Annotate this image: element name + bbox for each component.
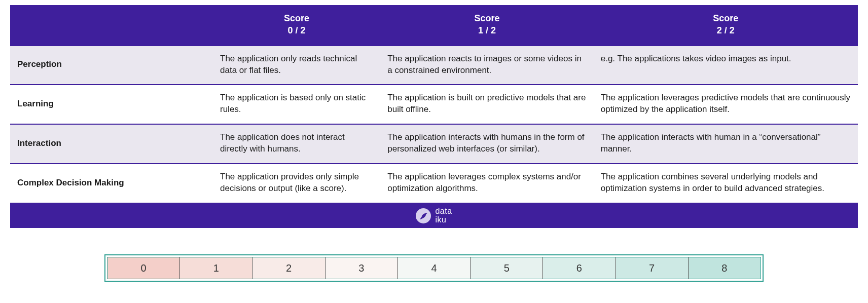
scale-cell: 7: [616, 257, 689, 279]
cell-score-2: The application interacts with human in …: [594, 124, 858, 164]
scale-cell: 6: [543, 257, 616, 279]
scale-cell: 0: [107, 257, 180, 279]
table-row: Interaction The application does not int…: [10, 124, 858, 164]
cell-score-2: e.g. The applications takes video images…: [594, 46, 858, 85]
score-scale-inner: 0 1 2 3 4 5 6 7 8: [107, 257, 761, 279]
header-score-1: Score 1 / 2: [380, 5, 594, 46]
cell-score-0: The application is based only on static …: [213, 85, 380, 124]
scale-cell: 5: [471, 257, 543, 279]
scale-cell: 2: [252, 257, 325, 279]
table-row: Perception The application only reads te…: [10, 46, 858, 85]
bird-icon: [416, 208, 431, 223]
score-scale-outer: 0 1 2 3 4 5 6 7 8: [104, 254, 764, 282]
cell-score-2: The application leverages predictive mod…: [594, 85, 858, 124]
brand-line-1: data: [435, 207, 452, 216]
table-row: Learning The application is based only o…: [10, 85, 858, 124]
header-row: Score 0 / 2 Score 1 / 2 Score 2 / 2: [10, 5, 858, 46]
cell-score-1: The application is built on predictive m…: [380, 85, 594, 124]
cell-score-1: The application leverages complex system…: [380, 164, 594, 203]
scale-cell: 8: [689, 257, 761, 279]
row-label: Complex Decision Making: [10, 164, 213, 203]
scale-cell: 4: [398, 257, 471, 279]
brand-line-2: iku: [435, 216, 452, 224]
header-blank: [10, 5, 213, 46]
cell-score-0: The application provides only simple dec…: [213, 164, 380, 203]
row-label: Perception: [10, 46, 213, 85]
cell-score-0: The application only reads technical dat…: [213, 46, 380, 85]
score-scale: 0 1 2 3 4 5 6 7 8: [104, 254, 764, 282]
row-label: Interaction: [10, 124, 213, 164]
header-score-0: Score 0 / 2: [213, 5, 380, 46]
scale-cell: 1: [180, 257, 252, 279]
cell-score-1: The application reacts to images or some…: [380, 46, 594, 85]
brand-footer: data iku: [10, 204, 858, 228]
cell-score-0: The application does not interact direct…: [213, 124, 380, 164]
table-row: Complex Decision Making The application …: [10, 164, 858, 203]
scale-cell: 3: [326, 257, 398, 279]
header-score-2: Score 2 / 2: [594, 5, 858, 46]
cell-score-2: The application combines several underly…: [594, 164, 858, 203]
brand-text: data iku: [435, 207, 452, 224]
cell-score-1: The application interacts with humans in…: [380, 124, 594, 164]
row-label: Learning: [10, 85, 213, 124]
rubric-table: Score 0 / 2 Score 1 / 2 Score 2 / 2 Perc…: [10, 5, 858, 204]
